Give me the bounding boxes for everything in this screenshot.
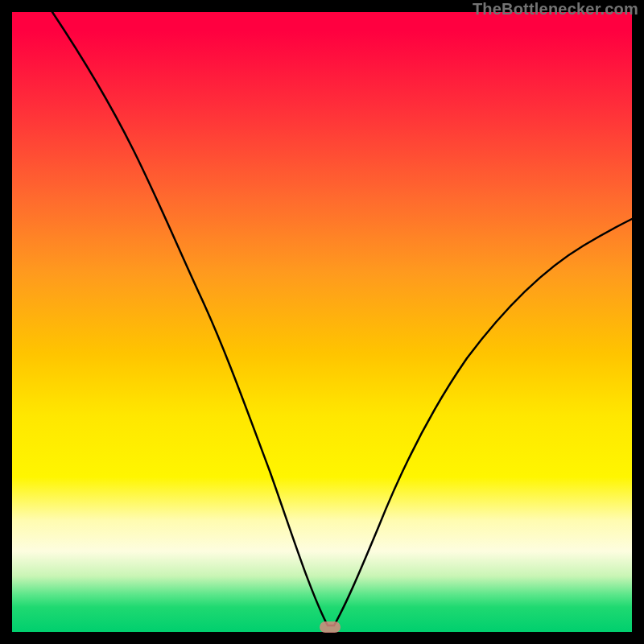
bottleneck-curve (52, 12, 632, 625)
plot-area (12, 12, 632, 632)
curve-layer (12, 12, 632, 632)
attribution-label: TheBottlenecker.com (473, 0, 638, 19)
chart-stage: TheBottlenecker.com (0, 0, 644, 644)
optimal-point-marker (320, 621, 341, 633)
